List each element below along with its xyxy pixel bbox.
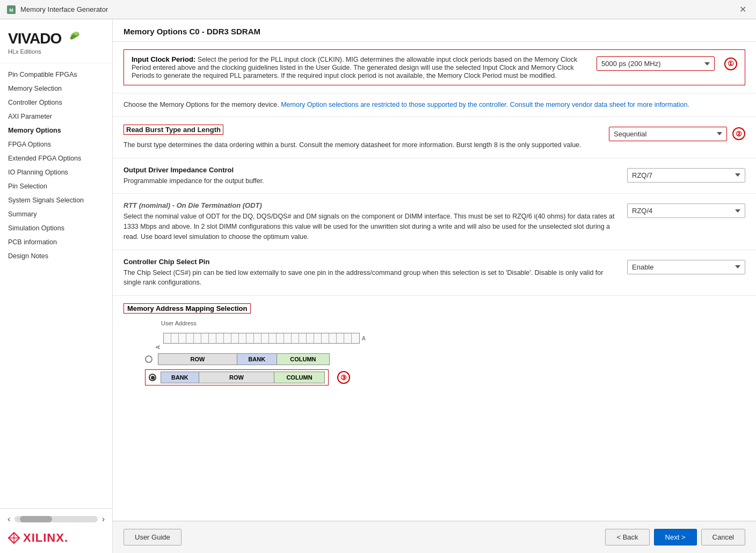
memory-address-mapping-section: Memory Address Mapping Selection User Ad… (113, 296, 756, 414)
input-clock-circle-num: ① (724, 57, 737, 70)
addr-end-label: A (362, 336, 366, 341)
rtt-nominal-section: RTT (nominal) - On Die Termination (ODT)… (113, 194, 756, 250)
sidebar-scrollbar[interactable]: ‹ › (5, 514, 107, 524)
read-burst-text: Read Burst Type and Length The burst typ… (123, 125, 598, 150)
mapping-option-2-radio[interactable] (149, 374, 156, 381)
output-driver-text: Output Driver Impedance Control Programm… (123, 166, 616, 186)
input-clock-dropdown[interactable]: 5000 ps (200 MHz) 6000 ps (166 MHz) 7500… (597, 56, 715, 71)
xilinx-logo: XILINX. (5, 528, 107, 548)
sidebar-item-memory-selection[interactable]: Memory Selection (0, 82, 112, 96)
scroll-left-arrow[interactable]: ‹ (5, 514, 12, 524)
read-burst-section: Read Burst Type and Length The burst typ… (113, 117, 756, 158)
output-driver-section: Output Driver Impedance Control Programm… (113, 158, 756, 194)
mapping-option-1-radio[interactable] (145, 355, 152, 363)
content-area: Memory Options C0 - DDR3 SDRAM Input Clo… (113, 19, 756, 553)
window-title: Memory Interface Generator (20, 5, 736, 13)
user-addr-bits (163, 333, 360, 344)
vivado-leaf-icon (63, 31, 79, 47)
sidebar-item-fpga-options[interactable]: FPGA Options (0, 137, 112, 151)
chip-select-text: Controller Chip Select Pin The Chip Sele… (123, 258, 616, 288)
output-driver-inner: Output Driver Impedance Control Programm… (123, 166, 745, 186)
content-scroll[interactable]: Input Clock Period: Select the period fo… (113, 42, 756, 521)
input-clock-label: Input Clock Period: (132, 55, 195, 63)
rtt-nominal-text: RTT (nominal) - On Die Termination (ODT)… (123, 201, 616, 242)
sidebar-item-pin-selection[interactable]: Pin Selection (0, 179, 112, 193)
scroll-right-arrow[interactable]: › (100, 514, 107, 524)
title-bar: M Memory Interface Generator ✕ (0, 0, 756, 19)
mapping-option-1-row: ROW BANK COLUMN (145, 353, 745, 365)
next-button[interactable]: Next > (654, 529, 697, 545)
rtt-nominal-label: RTT (nominal) - On Die Termination (ODT) (123, 201, 262, 209)
sidebar-item-controller-options[interactable]: Controller Options (0, 96, 112, 110)
vivado-text: VIVADO (8, 30, 61, 47)
sidebar-item-summary[interactable]: Summary (0, 207, 112, 221)
addr-side-label: A (156, 328, 161, 349)
svg-text:M: M (9, 8, 13, 13)
cancel-button[interactable]: Cancel (701, 529, 745, 545)
scroll-track (14, 516, 97, 522)
sidebar-item-axi-parameter[interactable]: AXI Parameter (0, 110, 112, 123)
sidebar-item-io-planning-options[interactable]: IO Planning Options (0, 165, 112, 179)
mapping-1-col-seg: COLUMN (277, 354, 329, 365)
sidebar-item-pcb-information[interactable]: PCB information (0, 235, 112, 249)
memory-address-mapping-title: Memory Address Mapping Selection (123, 303, 251, 314)
read-burst-circle-num: ② (732, 127, 745, 140)
mapping-2-row-seg: ROW (199, 372, 274, 383)
mapping-1-row-seg: ROW (158, 354, 237, 365)
output-driver-dropdown[interactable]: RZQ/7 RZQ/6 RZQ/5 (627, 168, 745, 183)
input-clock-desc: Select the period for the PLL input cloc… (132, 56, 577, 79)
sidebar-item-simulation-options[interactable]: Simulation Options (0, 221, 112, 235)
info-section: Choose the Memory Options for the memory… (113, 93, 756, 117)
back-button[interactable]: < Back (605, 529, 649, 545)
mapping-2-col-seg: COLUMN (274, 372, 324, 383)
chip-select-label: Controller Chip Select Pin (123, 258, 209, 266)
sidebar-bottom: ‹ › XILINX. (0, 508, 112, 553)
mapping-option-2-segments: BANK ROW COLUMN (161, 372, 325, 383)
vivado-subtitle: HLx Editions (8, 48, 104, 55)
output-driver-desc: Programmable impedance for the output bu… (123, 176, 616, 186)
sidebar: VIVADO HLx Editions Pin Compatible FPGAs… (0, 19, 113, 553)
sidebar-logo: VIVADO HLx Editions (0, 19, 112, 63)
mapping-2-bank-seg: BANK (161, 372, 199, 383)
rtt-nominal-inner: RTT (nominal) - On Die Termination (ODT)… (123, 201, 745, 242)
sidebar-nav: Pin Compatible FPGAs Memory Selection Co… (0, 63, 112, 508)
read-burst-inner: Read Burst Type and Length The burst typ… (123, 125, 745, 150)
user-address-label: User Address (161, 320, 745, 326)
scroll-thumb[interactable] (20, 516, 52, 522)
sidebar-item-design-notes[interactable]: Design Notes (0, 249, 112, 263)
xilinx-text: XILINX. (23, 531, 68, 545)
user-guide-button[interactable]: User Guide (123, 529, 181, 545)
sidebar-item-memory-options[interactable]: Memory Options (0, 123, 112, 137)
rtt-nominal-desc: Select the nominal value of ODT for the … (123, 212, 616, 242)
chip-select-dropdown[interactable]: Enable Disable (627, 260, 745, 274)
sidebar-item-system-signals-selection[interactable]: System Signals Selection (0, 193, 112, 207)
mapping-circle-num: ③ (337, 371, 350, 384)
mapping-option-2-box: BANK ROW COLUMN (145, 369, 329, 385)
chip-select-control: Enable Disable (627, 258, 745, 274)
read-burst-label: Read Burst Type and Length (123, 125, 223, 135)
input-clock-box: Input Clock Period: Select the period fo… (123, 49, 745, 85)
chip-select-desc: The Chip Select (CS#) pin can be tied lo… (123, 268, 616, 288)
mapping-option-1-segments: ROW BANK COLUMN (158, 353, 330, 365)
navigation-buttons: < Back Next > Cancel (605, 529, 745, 545)
sidebar-item-extended-fpga-options[interactable]: Extended FPGA Options (0, 151, 112, 165)
sidebar-item-pin-compatible-fpgas[interactable]: Pin Compatible FPGAs (0, 68, 112, 82)
main-layout: VIVADO HLx Editions Pin Compatible FPGAs… (0, 19, 756, 553)
content-title: Memory Options C0 - DDR3 SDRAM (123, 27, 260, 36)
chip-select-inner: Controller Chip Select Pin The Chip Sele… (123, 258, 745, 288)
info-text-blue: Memory Option selections are restricted … (281, 101, 689, 108)
app-icon: M (6, 5, 16, 14)
read-burst-dropdown[interactable]: Sequential Interleaved (609, 127, 727, 141)
vivado-logo: VIVADO (8, 30, 104, 47)
close-button[interactable]: ✕ (736, 3, 750, 16)
mapping-1-bank-seg: BANK (237, 354, 277, 365)
input-clock-section: Input Clock Period: Select the period fo… (113, 42, 756, 93)
read-burst-control: Sequential Interleaved ② (609, 125, 745, 141)
output-driver-control: RZQ/7 RZQ/6 RZQ/5 (627, 166, 745, 183)
bottom-bar: User Guide < Back Next > Cancel (113, 521, 756, 553)
rtt-nominal-dropdown[interactable]: RZQ/4 RZQ/6 RZQ/2 Disabled (627, 203, 745, 218)
mapping-option-2-container: BANK ROW COLUMN ③ (145, 369, 745, 385)
output-driver-label: Output Driver Impedance Control (123, 166, 234, 174)
xilinx-icon (8, 532, 20, 544)
rtt-nominal-control: RZQ/4 RZQ/6 RZQ/2 Disabled (627, 201, 745, 218)
